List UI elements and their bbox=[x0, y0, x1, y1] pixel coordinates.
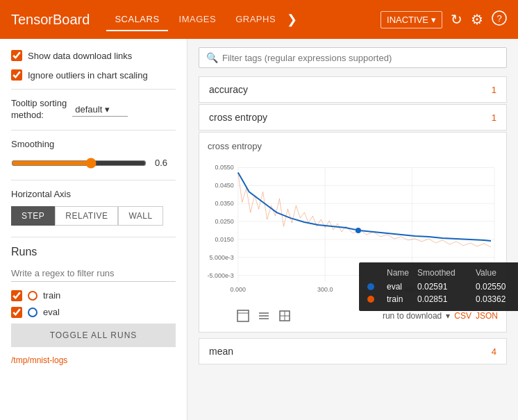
axis-btn-relative[interactable]: RELATIVE bbox=[55, 206, 118, 226]
show-data-links-checkbox[interactable] bbox=[11, 50, 22, 61]
run-eval-checkbox[interactable] bbox=[11, 307, 22, 318]
smoothing-slider[interactable] bbox=[11, 158, 147, 169]
tag-search-input[interactable] bbox=[222, 53, 499, 63]
svg-text:?: ? bbox=[496, 13, 501, 24]
tag-row-accuracy[interactable]: accuracy 1 bbox=[199, 76, 507, 103]
help-icon[interactable]: ? bbox=[492, 10, 507, 29]
nav-graphs[interactable]: GRAPHS bbox=[227, 8, 284, 31]
tooltip-train-name: train bbox=[387, 294, 415, 304]
divider-4 bbox=[11, 237, 176, 237]
cross-entropy-chart-card: cross entropy 0.0550 0.0450 0.0350 0.025… bbox=[199, 132, 507, 333]
toggle-all-button[interactable]: TOGGLE ALL RUNS bbox=[11, 324, 176, 347]
svg-text:300.0: 300.0 bbox=[317, 286, 333, 293]
tooltip-eval-smoothed: 0.02591 bbox=[417, 282, 473, 292]
tag-row-cross-entropy[interactable]: cross entropy 1 bbox=[199, 104, 507, 131]
header: TensorBoard SCALARS IMAGES GRAPHS ❯ INAC… bbox=[0, 0, 518, 39]
tag-accuracy-name: accuracy bbox=[209, 84, 248, 95]
json-link[interactable]: JSON bbox=[476, 311, 498, 321]
show-data-links-option: Show data download links bbox=[11, 50, 176, 61]
axis-buttons-group: STEP RELATIVE WALL bbox=[11, 206, 176, 226]
download-section: run to download ▾ CSV JSON bbox=[383, 311, 498, 321]
sidebar: Show data download links Ignore outliers… bbox=[0, 39, 187, 420]
eval-indicator bbox=[367, 283, 374, 290]
horiz-axis-label: Horizontal Axis bbox=[11, 189, 176, 199]
axis-btn-step[interactable]: STEP bbox=[11, 206, 55, 226]
search-bar: 🔍 bbox=[199, 47, 507, 68]
list-icon[interactable] bbox=[256, 308, 271, 324]
run-train-circle bbox=[28, 291, 37, 301]
main-layout: Show data download links Ignore outliers… bbox=[0, 39, 518, 420]
logo: TensorBoard bbox=[11, 12, 90, 28]
tag-accuracy-count: 1 bbox=[492, 85, 496, 95]
content-area: 🔍 accuracy 1 cross entropy 1 cross entro… bbox=[187, 39, 518, 420]
fit-icon[interactable] bbox=[277, 308, 292, 324]
tooltip-eval-value: 0.02550 bbox=[476, 282, 518, 292]
svg-text:0.0350: 0.0350 bbox=[215, 200, 233, 207]
inactive-dropdown[interactable]: INACTIVE ▾ bbox=[381, 11, 442, 28]
svg-text:0.000: 0.000 bbox=[231, 286, 246, 293]
eval-dot bbox=[356, 228, 361, 233]
log-path[interactable]: /tmp/mnist-logs bbox=[11, 355, 176, 365]
dropdown-chevron-icon: ▾ bbox=[105, 104, 110, 115]
run-to-download-label: run to download bbox=[383, 311, 442, 321]
nav-images[interactable]: IMAGES bbox=[171, 8, 225, 31]
divider-1 bbox=[11, 89, 176, 90]
inactive-label: INACTIVE bbox=[387, 15, 428, 25]
tooltip-sort-label: Tooltip sortingmethod: bbox=[11, 98, 67, 121]
svg-text:0.0550: 0.0550 bbox=[215, 164, 233, 171]
tooltip-header: Name Smoothed Value Step Time Relative bbox=[367, 268, 518, 280]
run-item-train: train bbox=[11, 290, 176, 301]
show-data-links-label: Show data download links bbox=[28, 51, 132, 61]
runs-label: Runs bbox=[11, 246, 176, 258]
expand-icon[interactable] bbox=[235, 308, 251, 324]
svg-text:5.000e-3: 5.000e-3 bbox=[210, 254, 234, 261]
run-eval-label: eval bbox=[43, 307, 60, 317]
run-train-label: train bbox=[43, 290, 60, 301]
tooltip-train-smoothed: 0.02851 bbox=[417, 294, 473, 304]
nav-bar: SCALARS IMAGES GRAPHS ❯ bbox=[106, 8, 364, 31]
chart-title: cross entropy bbox=[208, 141, 498, 151]
tooltip-col-value: Value bbox=[476, 268, 518, 278]
tooltip-sort-select[interactable]: default ▾ bbox=[72, 103, 128, 117]
settings-icon[interactable]: ⚙ bbox=[471, 11, 483, 28]
run-train-checkbox[interactable] bbox=[11, 290, 22, 301]
tag-cross-entropy-count: 1 bbox=[492, 112, 496, 123]
tag-mean-name: mean bbox=[209, 346, 233, 357]
tag-row-mean[interactable]: mean 4 bbox=[199, 338, 507, 364]
divider-3 bbox=[11, 180, 176, 180]
run-eval-circle bbox=[28, 308, 37, 317]
tooltip-sort-row: Tooltip sortingmethod: default ▾ bbox=[11, 98, 176, 121]
dropdown-arrow-icon: ▾ bbox=[431, 15, 436, 25]
csv-link[interactable]: CSV bbox=[454, 311, 471, 321]
runs-filter-input[interactable] bbox=[11, 265, 176, 282]
tag-cross-entropy-name: cross entropy bbox=[209, 112, 267, 123]
smoothing-value: 0.6 bbox=[155, 158, 176, 168]
download-arrow-icon: ▾ bbox=[446, 311, 450, 321]
run-item-eval: eval bbox=[11, 307, 176, 318]
tooltip-row-train: train 0.02851 0.03362 166.0 Mon Sep 12, … bbox=[367, 293, 518, 305]
ignore-outliers-label: Ignore outliers in chart scaling bbox=[28, 70, 148, 81]
header-right: INACTIVE ▾ ↻ ⚙ ? bbox=[381, 10, 507, 29]
tooltip-eval-name: eval bbox=[387, 282, 415, 292]
svg-text:0.0150: 0.0150 bbox=[215, 236, 233, 243]
tooltip-row-eval: eval 0.02591 0.02550 170.0 Mon Sep 12, 1… bbox=[367, 280, 518, 293]
nav-more-icon[interactable]: ❯ bbox=[287, 12, 297, 27]
divider-2 bbox=[11, 130, 176, 131]
refresh-icon[interactable]: ↻ bbox=[451, 11, 462, 28]
search-icon: 🔍 bbox=[206, 52, 218, 63]
smoothing-label: Smoothing bbox=[11, 139, 176, 149]
tooltip-train-value: 0.03362 bbox=[476, 294, 518, 304]
svg-text:0.0450: 0.0450 bbox=[215, 182, 233, 189]
svg-text:0.0250: 0.0250 bbox=[215, 218, 233, 225]
svg-rect-24 bbox=[237, 310, 249, 321]
nav-scalars[interactable]: SCALARS bbox=[106, 8, 167, 31]
smoothing-row: 0.6 bbox=[11, 158, 176, 169]
tag-mean-count: 4 bbox=[492, 346, 496, 357]
ignore-outliers-option: Ignore outliers in chart scaling bbox=[11, 69, 176, 81]
axis-btn-wall[interactable]: WALL bbox=[118, 206, 162, 226]
ignore-outliers-checkbox[interactable] bbox=[11, 69, 22, 81]
tooltip-col-name: Name bbox=[387, 268, 415, 278]
chart-tooltip: Name Smoothed Value Step Time Relative e… bbox=[359, 262, 518, 311]
tooltip-col-smoothed: Smoothed bbox=[417, 268, 473, 278]
tooltip-sort-value: default bbox=[75, 104, 102, 115]
